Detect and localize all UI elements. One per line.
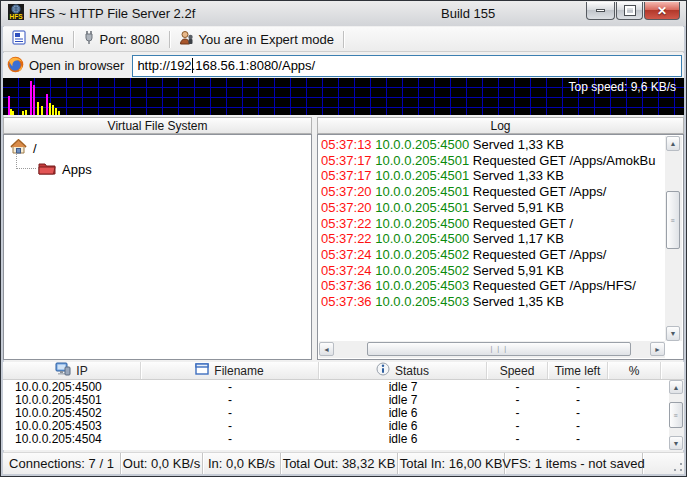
vfs-node-apps[interactable]: Apps	[38, 161, 311, 178]
expert-user-icon	[179, 30, 194, 48]
menu-label: Menu	[31, 32, 64, 47]
log-entry: 05:37:22 10.0.0.205:4500 Served 1,17 KB	[321, 231, 663, 247]
log-horizontal-scrollbar[interactable]: ◄ ❘❘❘ ►	[319, 341, 665, 358]
svg-text:HFS: HFS	[10, 12, 24, 19]
column-header-percent[interactable]: %	[608, 362, 661, 379]
minimize-button[interactable]	[586, 2, 615, 20]
vfs-panel-header[interactable]: Virtual File System	[3, 117, 312, 134]
scrollbar-thumb[interactable]: ≡	[666, 191, 680, 249]
port-button[interactable]: Port: 8080	[74, 28, 169, 51]
scroll-up-arrow[interactable]: ▲	[669, 380, 683, 394]
status-panel: In: 0,0 KB/s	[203, 453, 281, 474]
in-traffic-spike	[37, 102, 39, 115]
column-header-speed[interactable]: Speed	[487, 362, 548, 379]
log-entry: 05:37:17 10.0.0.205:4501 Served 1,33 KB	[321, 168, 663, 184]
log-entry: 05:37:36 10.0.0.205:4503 Requested GET /…	[321, 278, 663, 294]
folder-icon	[38, 161, 56, 178]
hfs-logo-icon: HFS	[8, 4, 24, 24]
title-bar[interactable]: HFS HFS ~ HTTP File Server 2.2f Build 15…	[1, 1, 686, 26]
scroll-right-arrow[interactable]: ►	[650, 342, 665, 356]
maximize-button[interactable]	[616, 2, 643, 20]
log-entry: 05:37:22 10.0.0.205:4500 Requested GET /	[321, 216, 663, 232]
file-icon	[195, 363, 209, 378]
scrollbar-thumb[interactable]: ❘❘❘	[367, 342, 631, 356]
scrollbar-thumb[interactable]: ≡	[669, 402, 683, 428]
connection-row[interactable]: 10.0.0.205:4503 - idle 6 - -	[3, 419, 669, 432]
toolbar-separator	[343, 31, 344, 48]
in-traffic-spike	[49, 103, 51, 115]
status-bar: Connections: 7 / 1Out: 0,0 KB/sIn: 0,0 K…	[3, 452, 684, 474]
connection-row[interactable]: 10.0.0.205:4502 - idle 6 - -	[3, 406, 669, 419]
log-panel[interactable]: 05:37:13 10.0.0.205:4500 Served 1,33 KB0…	[317, 134, 684, 360]
column-label-speed: Speed	[500, 364, 535, 378]
close-icon: ✕	[657, 5, 667, 17]
port-label: Port: 8080	[100, 32, 160, 47]
vfs-apps-label: Apps	[62, 162, 92, 177]
out-traffic-spike	[46, 94, 48, 115]
scroll-left-arrow[interactable]: ◄	[319, 342, 334, 356]
column-label-ip: IP	[76, 364, 87, 378]
status-panel: Out: 0,0 KB/s	[121, 453, 203, 474]
log-lines: 05:37:13 10.0.0.205:4500 Served 1,33 KB0…	[321, 137, 663, 339]
tree-connector	[16, 153, 36, 169]
out-traffic-spike	[30, 81, 32, 115]
status-panel: Total Out: 38,32 KB	[281, 453, 398, 474]
connections-table[interactable]: 10.0.0.205:4500 - idle 7 - - 10.0.0.205:…	[3, 380, 669, 450]
in-traffic-spike	[55, 108, 57, 115]
log-panel-header[interactable]: Log	[317, 117, 684, 134]
in-traffic-spike	[52, 105, 54, 115]
connections-header: IP Filename Status Speed Time left %	[3, 362, 684, 380]
maximize-icon	[625, 6, 635, 15]
minimize-icon	[596, 9, 605, 12]
in-traffic-spike	[25, 110, 27, 115]
window-title: HFS ~ HTTP File Server 2.2f	[29, 6, 195, 21]
build-label: Build 155	[441, 6, 495, 21]
in-traffic-spike	[58, 111, 60, 115]
open-in-browser-label: Open in browser	[29, 58, 124, 73]
menu-button[interactable]: Menu	[3, 28, 73, 51]
log-entry: 05:37:13 10.0.0.205:4500 Served 1,33 KB	[321, 137, 663, 153]
computer-icon	[55, 362, 71, 379]
status-panel: VFS: 1 items - not saved	[505, 453, 643, 474]
vfs-root-node[interactable]: /	[10, 139, 311, 157]
column-header-filename[interactable]: Filename	[141, 362, 319, 379]
log-entry: 05:37:20 10.0.0.205:4501 Requested GET /…	[321, 184, 663, 200]
info-icon	[376, 362, 390, 379]
log-vertical-scrollbar[interactable]: ▲ ≡ ▼	[665, 136, 682, 341]
in-traffic-spike	[12, 111, 14, 115]
log-entry: 05:37:24 10.0.0.205:4502 Served 5,91 KB	[321, 263, 663, 279]
scroll-up-arrow[interactable]: ▲	[666, 136, 680, 151]
vfs-tree[interactable]: / Apps	[3, 134, 312, 360]
column-header-status[interactable]: Status	[319, 362, 487, 379]
connection-row[interactable]: 10.0.0.205:4504 - idle 6 - -	[3, 432, 669, 445]
traffic-graph: Top speed: 9,6 KB/s	[3, 78, 684, 115]
column-label-status: Status	[395, 364, 429, 378]
hfs-window: HFS HFS ~ HTTP File Server 2.2f Build 15…	[0, 0, 687, 477]
address-row: Open in browser	[3, 53, 684, 78]
log-entry: 05:37:17 10.0.0.205:4501 Requested GET /…	[321, 153, 663, 169]
connection-row[interactable]: 10.0.0.205:4501 - idle 7 - -	[3, 393, 669, 406]
close-button[interactable]: ✕	[644, 2, 680, 20]
scroll-down-arrow[interactable]: ▼	[669, 436, 683, 450]
toolbar: Menu Port: 8080 You are in Expert mode	[3, 27, 684, 52]
connections-vertical-scrollbar[interactable]: ▲ ≡ ▼	[669, 380, 684, 450]
open-in-browser-button[interactable]: Open in browser	[3, 54, 132, 77]
scroll-down-arrow[interactable]: ▼	[666, 326, 680, 341]
url-input[interactable]	[132, 55, 682, 77]
log-entry: 05:37:24 10.0.0.205:4502 Requested GET /…	[321, 247, 663, 263]
status-panel: Connections: 7 / 1	[3, 453, 121, 474]
plug-icon	[83, 30, 95, 48]
column-header-ip[interactable]: IP	[3, 362, 141, 379]
menu-icon	[12, 30, 26, 48]
status-panel: Total In: 16,00 KB	[398, 453, 505, 474]
log-header-label: Log	[490, 119, 510, 133]
expert-mode-button[interactable]: You are in Expert mode	[170, 28, 343, 51]
connection-row[interactable]: 10.0.0.205:4500 - idle 7 - -	[3, 380, 669, 393]
top-speed-label: Top speed: 9,6 KB/s	[569, 80, 676, 94]
expert-mode-label: You are in Expert mode	[199, 32, 334, 47]
resize-grip[interactable]	[674, 463, 682, 471]
column-label-percent: %	[629, 364, 640, 378]
out-traffic-spike	[33, 85, 35, 115]
column-header-timeleft[interactable]: Time left	[548, 362, 608, 379]
firefox-icon	[7, 56, 24, 76]
